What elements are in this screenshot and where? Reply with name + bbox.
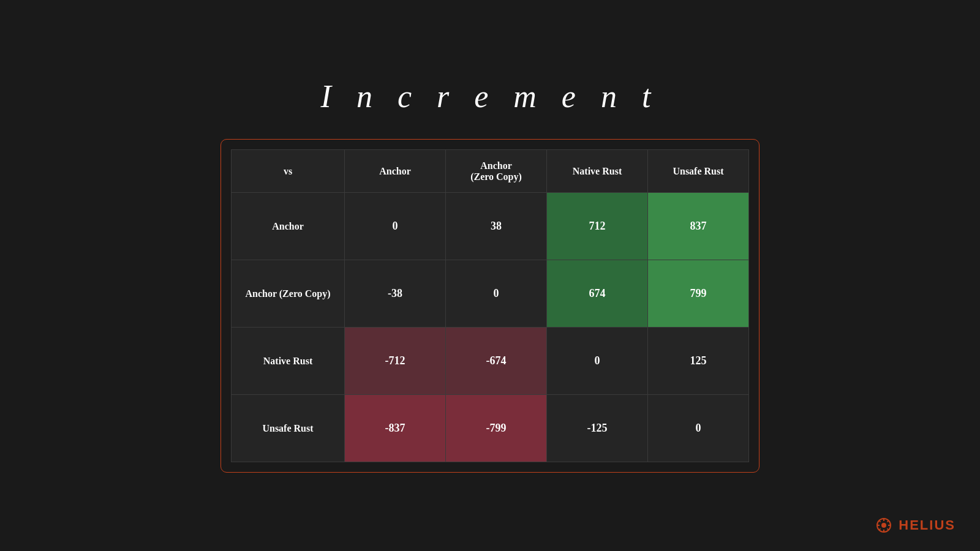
cell-2-0: -712 bbox=[345, 328, 446, 395]
cell-3-3: 0 bbox=[648, 395, 749, 462]
table-header-row: vs Anchor Anchor(Zero Copy) Native Rust … bbox=[232, 150, 749, 193]
cell-1-1: 0 bbox=[446, 260, 547, 328]
helius-branding: HELIUS bbox=[875, 517, 956, 534]
cell-1-3: 799 bbox=[648, 260, 749, 328]
cell-3-2: -125 bbox=[547, 395, 648, 462]
comparison-table-container: vs Anchor Anchor(Zero Copy) Native Rust … bbox=[221, 139, 760, 473]
cell-0-2: 712 bbox=[547, 193, 648, 260]
cell-3-1: -799 bbox=[446, 395, 547, 462]
header-anchor: Anchor bbox=[345, 150, 446, 193]
svg-line-6 bbox=[879, 520, 881, 522]
svg-point-1 bbox=[881, 523, 886, 528]
svg-line-7 bbox=[888, 528, 889, 530]
helius-name: HELIUS bbox=[899, 517, 956, 533]
cell-0-3: 837 bbox=[648, 193, 749, 260]
row-label-0: Anchor bbox=[232, 193, 345, 260]
cell-2-3: 125 bbox=[648, 328, 749, 395]
header-vs: vs bbox=[232, 150, 345, 193]
table-row: Unsafe Rust-837-799-1250 bbox=[232, 395, 749, 462]
row-label-2: Native Rust bbox=[232, 328, 345, 395]
helius-icon bbox=[875, 517, 892, 534]
comparison-table: vs Anchor Anchor(Zero Copy) Native Rust … bbox=[231, 149, 749, 462]
cell-2-2: 0 bbox=[547, 328, 648, 395]
row-label-3: Unsafe Rust bbox=[232, 395, 345, 462]
cell-1-0: -38 bbox=[345, 260, 446, 328]
header-native-rust: Native Rust bbox=[547, 150, 648, 193]
svg-line-8 bbox=[888, 520, 889, 522]
header-unsafe-rust: Unsafe Rust bbox=[648, 150, 749, 193]
cell-1-2: 674 bbox=[547, 260, 648, 328]
table-row: Native Rust-712-6740125 bbox=[232, 328, 749, 395]
table-row: Anchor038712837 bbox=[232, 193, 749, 260]
svg-line-9 bbox=[879, 528, 881, 530]
row-label-1: Anchor (Zero Copy) bbox=[232, 260, 345, 328]
table-row: Anchor (Zero Copy)-380674799 bbox=[232, 260, 749, 328]
cell-0-0: 0 bbox=[345, 193, 446, 260]
cell-3-0: -837 bbox=[345, 395, 446, 462]
page-title: I n c r e m e n t bbox=[321, 78, 660, 114]
cell-2-1: -674 bbox=[446, 328, 547, 395]
header-anchor-zero-copy: Anchor(Zero Copy) bbox=[446, 150, 547, 193]
cell-0-1: 38 bbox=[446, 193, 547, 260]
